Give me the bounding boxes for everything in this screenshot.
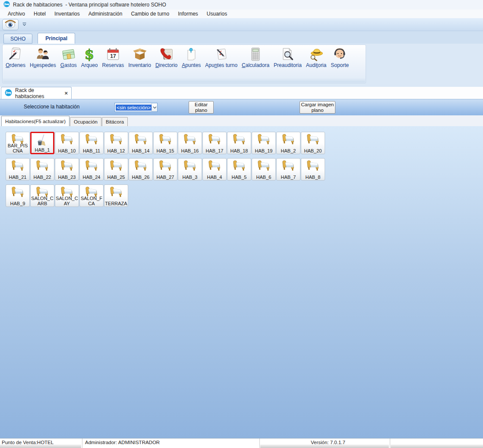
ribbon-item-ordenes[interactable]: Ordenes (3, 47, 28, 69)
room-button-hab-15[interactable]: HAB_15 (153, 132, 177, 154)
menu-item-usuarios[interactable]: Usuarios (202, 10, 231, 18)
room-button-hab-8[interactable]: HAB_8 (301, 158, 325, 181)
room-button-hab-24[interactable]: HAB_24 (79, 158, 104, 181)
ribbon-item-soporte[interactable]: Soporte (328, 47, 351, 69)
ribbon-item-apuntes-turno[interactable]: Apuntes turno (203, 47, 240, 69)
room-button-hab-21[interactable]: HAB_21 (6, 158, 30, 181)
ribbon-item-label: Soporte (331, 63, 349, 68)
bed-icon (11, 186, 25, 199)
menu-item-archivo[interactable]: Archivo (3, 10, 29, 18)
directory-icon (159, 47, 174, 62)
menu-item-cambio-de-turno[interactable]: Cambio de turno (126, 10, 174, 18)
room-button-label: HAB_14 (129, 148, 152, 153)
room-toolbar: Seleccione la habitación <sin selección>… (0, 99, 483, 115)
bed-icon (306, 159, 320, 173)
load-plan-image-button[interactable]: Cargar imagen plano (300, 101, 335, 114)
bed-icon (109, 133, 123, 146)
bed-icon (257, 133, 271, 146)
tab-habitaciones[interactable]: Habitaciones(F5 actualizar) (1, 116, 69, 126)
view-tab-strip: Habitaciones(F5 actualizar) Ocupación Bi… (0, 115, 483, 126)
room-button-hab-16[interactable]: HAB_16 (178, 132, 202, 154)
room-button-hab-3[interactable]: HAB_3 (178, 158, 202, 181)
app-window: Rack de habitaciones - Ventana principal… (0, 0, 483, 448)
bed-icon (183, 159, 197, 173)
room-button-label: TERRAZA (105, 201, 127, 206)
ribbon-item-calculadora[interactable]: Calculadora (240, 47, 271, 69)
tab-bitacora-label: Bitácora (106, 119, 124, 124)
room-button-hab-6[interactable]: HAB_6 (252, 158, 276, 181)
menu-bar: ArchivoHotelInventariosAdministraciónCam… (0, 10, 483, 18)
room-button-hab-22[interactable]: HAB_22 (30, 158, 54, 181)
room-button-label: SALON_CAY (56, 196, 78, 206)
room-button-hab-26[interactable]: HAB_26 (129, 158, 153, 181)
rack-eye-button[interactable] (2, 19, 19, 30)
ribbon-item-label: Calculadora (242, 63, 269, 68)
room-button-hab-18[interactable]: HAB_18 (227, 132, 251, 154)
bed-icon (183, 133, 197, 146)
tab-principal[interactable]: Principal (38, 33, 75, 44)
room-button-salon-cay[interactable]: SALON_CAY (55, 184, 79, 207)
bed-icon (257, 159, 271, 173)
room-button-hab-27[interactable]: HAB_27 (153, 158, 177, 181)
menu-item-administracio-n[interactable]: Administración (84, 10, 127, 18)
tab-bitacora[interactable]: Bitácora (102, 117, 128, 126)
ribbon-item-apuntes[interactable]: Apuntes (180, 47, 203, 69)
room-button-hab-14[interactable]: HAB_14 (129, 132, 153, 154)
edit-plan-button[interactable]: Editar plano (189, 101, 214, 114)
cash-icon: $ (82, 47, 97, 62)
calculator-icon (248, 47, 263, 62)
room-button-bar-piscna[interactable]: BAR_PISCNA (6, 132, 30, 154)
room-button-label: HAB_19 (253, 148, 275, 153)
room-button-hab-5[interactable]: HAB_5 (227, 158, 251, 181)
tab-ocupacion[interactable]: Ocupación (70, 117, 101, 126)
room-button-hab-4[interactable]: HAB_4 (202, 158, 227, 181)
status-panel-shade (260, 445, 389, 448)
room-button-label: SALON_CARB (31, 196, 54, 206)
ribbon-item-directorio[interactable]: Directorio (153, 47, 180, 69)
room-button-hab-11[interactable]: HAB_11 (79, 132, 104, 154)
menu-item-informes[interactable]: Informes (174, 10, 202, 18)
ribbon-item-preauditoria[interactable]: Preauditoria (271, 47, 304, 69)
qat-overflow-icon[interactable] (21, 21, 27, 28)
ribbon-item-huespedes[interactable]: Huespedes (28, 47, 58, 69)
room-select-combo[interactable]: <sin selección> (114, 103, 158, 112)
room-button-hab-20[interactable]: HAB_20 (301, 132, 325, 154)
room-button-label: HAB_27 (154, 175, 177, 180)
bed-icon (109, 159, 123, 173)
combo-dropdown-button[interactable] (152, 103, 157, 111)
room-button-terraza[interactable]: TERRAZA (104, 184, 128, 207)
ribbon-tab-strip: SOHO Principal (0, 31, 483, 44)
room-button-hab-1[interactable]: HAB_1 (30, 132, 54, 154)
room-button-hab-10[interactable]: HAB_10 (55, 132, 79, 154)
close-icon[interactable]: × (64, 90, 68, 96)
room-button-hab-2[interactable]: HAB_2 (276, 132, 300, 154)
ribbon-item-label: Inventario (128, 63, 151, 68)
ribbon-item-label: Apuntes turno (205, 63, 237, 68)
ribbon-item-inventario[interactable]: Inventario (126, 47, 153, 69)
menu-item-inventarios[interactable]: Inventarios (50, 10, 84, 18)
ribbon-item-label: Huespedes (30, 63, 56, 68)
room-button-label: HAB_5 (228, 175, 250, 180)
room-button-hab-23[interactable]: HAB_23 (55, 158, 79, 181)
ribbon-item-reservas[interactable]: 17Reservas (100, 47, 126, 69)
room-button-hab-19[interactable]: HAB_19 (252, 132, 276, 154)
room-button-label: HAB_15 (154, 148, 177, 153)
room-button-salon-fca[interactable]: SALON_FCA (79, 184, 104, 207)
document-tab-rack[interactable]: Rack de habitaciones × (1, 87, 72, 99)
ribbon-item-gastos[interactable]: Gastos (58, 47, 79, 69)
bed-icon (85, 133, 98, 146)
room-button-hab-17[interactable]: HAB_17 (202, 132, 227, 154)
support-icon (332, 47, 347, 62)
status-divider (259, 438, 260, 448)
room-grid: BAR_PISCNAHAB_1HAB_10HAB_11HAB_12HAB_14H… (0, 126, 483, 438)
menu-item-hotel[interactable]: Hotel (29, 10, 50, 18)
tab-soho[interactable]: SOHO (3, 34, 32, 44)
room-button-hab-9[interactable]: HAB_9 (6, 184, 30, 207)
room-button-hab-12[interactable]: HAB_12 (104, 132, 128, 154)
room-button-hab-7[interactable]: HAB_7 (276, 158, 300, 181)
room-button-hab-25[interactable]: HAB_25 (104, 158, 128, 181)
ribbon-item-arqueo[interactable]: $Arqueo (79, 47, 100, 69)
ribbon-item-auditoria[interactable]: Auditoria (304, 47, 328, 69)
room-button-label: BAR_PISCNA (6, 143, 29, 153)
room-button-salon-carb[interactable]: SALON_CARB (30, 184, 54, 207)
